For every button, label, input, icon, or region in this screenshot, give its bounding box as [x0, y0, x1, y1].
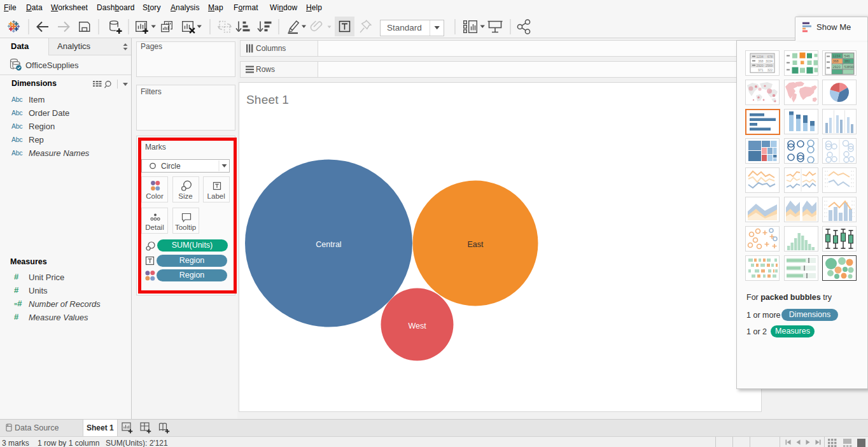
- svg-text:1234: 1234: [833, 54, 841, 58]
- svg-text:2569: 2569: [766, 64, 773, 67]
- svg-text:322: 322: [767, 68, 773, 72]
- svg-text:West: West: [408, 322, 426, 330]
- svg-text:1234: 1234: [756, 55, 763, 59]
- svg-text:3034: 3034: [766, 59, 773, 63]
- svg-text:2920: 2920: [833, 65, 841, 69]
- svg-text:971: 971: [758, 68, 764, 72]
- svg-text:Central: Central: [316, 240, 341, 249]
- svg-text:546: 546: [844, 54, 850, 58]
- svg-text:East: East: [467, 240, 484, 249]
- svg-text:368: 368: [833, 59, 839, 63]
- svg-text:Standard: Standard: [387, 23, 422, 32]
- svg-text:380: 380: [844, 59, 850, 63]
- svg-text:678: 678: [767, 55, 773, 59]
- svg-text:2920: 2920: [756, 64, 763, 67]
- svg-text:53890: 53890: [844, 65, 854, 69]
- svg-text:368: 368: [758, 59, 764, 63]
